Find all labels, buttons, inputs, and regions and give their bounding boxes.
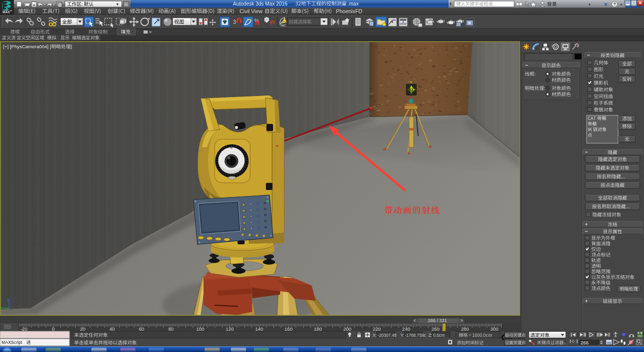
svg-text:?: ?	[613, 2, 616, 7]
svg-text:-20307.48: -20307.48	[378, 333, 397, 338]
svg-text:300: 300	[490, 326, 498, 332]
svg-text:✕: ✕	[604, 2, 608, 7]
svg-text:160: 160	[285, 326, 293, 332]
svg-text:20: 20	[80, 326, 86, 332]
svg-text:PhoenixFD: PhoenixFD	[336, 8, 362, 14]
svg-text:40: 40	[110, 326, 115, 332]
svg-text:0: 0	[52, 326, 54, 332]
svg-text:100: 100	[196, 326, 205, 332]
svg-text:260: 260	[431, 326, 439, 332]
svg-text:3: 3	[233, 19, 236, 25]
svg-text:240: 240	[402, 326, 410, 332]
svg-text:220: 220	[372, 326, 381, 332]
svg-text:80: 80	[168, 326, 174, 332]
svg-text:60: 60	[139, 326, 145, 332]
svg-text:[+] [PhysCamera004] [: [+] [PhysCamera004] [	[3, 44, 51, 49]
svg-text:z: z	[7, 298, 9, 302]
svg-text:266 / 331: 266 / 331	[428, 318, 447, 323]
svg-text:Z:: Z:	[428, 333, 432, 338]
svg-text:Civil View: Civil View	[240, 8, 263, 14]
svg-text:>: >	[460, 318, 463, 323]
svg-text:Autodesk 3ds Max 2016: Autodesk 3ds Max 2016	[233, 1, 288, 7]
svg-text:200: 200	[343, 326, 351, 332]
svg-text:<: <	[414, 318, 416, 323]
svg-text:266: 266	[581, 340, 589, 345]
svg-text:280: 280	[461, 326, 469, 332]
svg-text:0.0cm: 0.0cm	[433, 333, 445, 338]
svg-text:▾: ▾	[620, 3, 622, 6]
svg-text:140: 140	[255, 326, 263, 332]
svg-text:.max: .max	[348, 1, 359, 7]
svg-text:]: ]	[71, 44, 72, 49]
svg-text:MAX: MAX	[3, 10, 10, 14]
svg-text:-20: -20	[20, 326, 27, 332]
svg-text:MAXScript: MAXScript	[2, 340, 22, 345]
svg-text:Y:: Y:	[400, 333, 404, 338]
svg-text:ABC: ABC	[281, 24, 286, 27]
svg-text:180: 180	[314, 326, 322, 332]
svg-text:120: 120	[226, 326, 234, 332]
svg-text:X:: X:	[372, 333, 377, 338]
svg-text:▾: ▾	[589, 3, 591, 6]
svg-text:-1768.759c: -1768.759c	[405, 333, 426, 338]
